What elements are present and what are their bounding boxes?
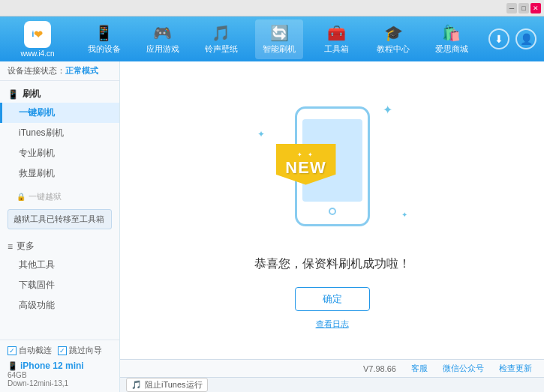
- checkbox-group: ✓ 自动截连 ✓ 跳过向导: [8, 345, 112, 356]
- toolbox-label: 工具箱: [324, 43, 349, 55]
- use-guide-label[interactable]: ✓ 跳过向导: [58, 345, 102, 356]
- more-section: ≡ 更多 其他工具 下载固件 高级功能: [0, 235, 119, 319]
- more-section-header: ≡ 更多: [0, 238, 119, 255]
- illustration: ✦ ✦ NEW ✦ ✦ ✦: [250, 91, 415, 241]
- itunes-button[interactable]: 🎵 阻止iTunes运行: [126, 378, 208, 392]
- apps-icon: 🎮: [153, 24, 172, 42]
- user-button[interactable]: 👤: [515, 28, 536, 49]
- sidebar-item-jailbreak: 🔒 一键越狱: [0, 187, 119, 206]
- nav-item-my-device[interactable]: 📱 我的设备: [80, 19, 128, 59]
- jailbreak-section: 🔒 一键越狱 越狱工具已转移至工具箱: [0, 185, 119, 235]
- download-button[interactable]: ⬇: [488, 28, 509, 49]
- logo: i❤ www.i4.cn: [8, 21, 68, 58]
- itunes-bar: 🎵 阻止iTunes运行: [120, 377, 544, 392]
- auto-connect-checkbox[interactable]: ✓: [8, 346, 17, 355]
- daily-link[interactable]: 查看日志: [316, 319, 349, 330]
- store-icon: 🛍️: [442, 24, 461, 42]
- sparkle-2: ✦: [257, 129, 265, 139]
- jailbreak-notice: 越狱工具已转移至工具箱: [8, 209, 112, 229]
- sidebar-item-advanced[interactable]: 高级功能: [0, 295, 119, 316]
- sidebar-item-one-click-flash[interactable]: 一键刷机: [0, 103, 119, 123]
- itunes-icon: 🎵: [131, 380, 142, 390]
- nav-item-store[interactable]: 🛍️ 爱思商城: [428, 19, 476, 59]
- ringtones-icon: 🎵: [212, 24, 230, 42]
- apps-label: 应用游戏: [146, 43, 179, 55]
- confirm-button[interactable]: 确定: [295, 287, 370, 311]
- sidebar-item-download-firmware[interactable]: 下载固件: [0, 275, 119, 295]
- user-icon: 👤: [520, 33, 533, 45]
- tutorial-label: 教程中心: [377, 43, 410, 55]
- content-panel: ✦ ✦ NEW ✦ ✦ ✦ 恭喜您，保资料刷机成功啦！ 确定 查看日志 V7.9…: [120, 61, 544, 392]
- nav-item-tutorial[interactable]: 🎓 教程中心: [369, 19, 417, 59]
- sparkle-1: ✦: [383, 103, 392, 117]
- use-guide-checkbox[interactable]: ✓: [58, 346, 67, 355]
- sparkle-3: ✦: [401, 211, 407, 219]
- sidebar-item-data-flash[interactable]: 救显刷机: [0, 163, 119, 184]
- maximize-button[interactable]: □: [518, 3, 529, 13]
- logo-text: www.i4.cn: [20, 49, 54, 58]
- wechat-official-link[interactable]: 微信公众号: [443, 363, 484, 374]
- minimize-button[interactable]: ─: [506, 3, 517, 13]
- ringtones-label: 铃声壁纸: [205, 43, 238, 55]
- main-content: ✦ ✦ NEW ✦ ✦ ✦ 恭喜您，保资料刷机成功啦！ 确定 查看日志: [120, 61, 544, 359]
- sidebar: 设备连接状态：正常模式 📱 刷机 一键刷机 iTunes刷机 专业刷机 救显刷机: [0, 61, 120, 392]
- toolbox-icon: 🧰: [327, 24, 346, 42]
- sidebar-device-panel: ✓ 自动截连 ✓ 跳过向导 📱 iPhone 12 mini 64GB Down…: [0, 340, 119, 392]
- device-storage: 64GB: [8, 371, 112, 379]
- sidebar-spacer: [0, 319, 119, 340]
- close-button[interactable]: ✕: [530, 3, 541, 13]
- tutorial-icon: 🎓: [384, 24, 403, 42]
- smart-flash-icon: 🔄: [270, 24, 289, 42]
- sidebar-item-pro-flash[interactable]: 专业刷机: [0, 143, 119, 163]
- my-device-label: 我的设备: [88, 43, 121, 55]
- success-message: 恭喜您，保资料刷机成功啦！: [254, 256, 410, 272]
- more-icon: ≡: [8, 241, 13, 252]
- new-badge-text: NEW: [285, 158, 326, 178]
- logo-icon: i❤: [24, 21, 51, 48]
- phone-home-btn: [329, 208, 336, 215]
- download-icon: ⬇: [494, 33, 503, 45]
- title-bar: ─ □ ✕: [0, 0, 544, 16]
- lock-icon: 🔒: [17, 193, 26, 201]
- auto-connect-label[interactable]: ✓ 自动截连: [8, 345, 52, 356]
- flash-section-header: 📱 刷机: [0, 85, 119, 103]
- nav-item-toolbox[interactable]: 🧰 工具箱: [314, 19, 359, 59]
- connection-status: 设备连接状态：正常模式: [0, 61, 119, 81]
- nav-item-smart-flash[interactable]: 🔄 智能刷机: [255, 19, 303, 59]
- customer-service-link[interactable]: 客服: [411, 363, 428, 374]
- smart-flash-label: 智能刷机: [263, 43, 296, 55]
- my-device-icon: 📱: [95, 24, 113, 42]
- flash-section-icon: 📱: [8, 89, 19, 100]
- check-update-link[interactable]: 检查更新: [499, 363, 532, 374]
- flash-section: 📱 刷机 一键刷机 iTunes刷机 专业刷机 救显刷机: [0, 81, 119, 185]
- store-label: 爱思商城: [435, 43, 468, 55]
- window-controls: ─ □ ✕: [506, 3, 541, 13]
- device-model: Down-12mini-13,1: [8, 379, 112, 388]
- header: i❤ www.i4.cn 📱 我的设备 🎮 应用游戏 🎵 铃声壁纸 🔄 智能刷机…: [0, 16, 544, 61]
- header-right: ⬇ 👤: [488, 28, 536, 49]
- version-label: V7.98.66: [363, 364, 396, 373]
- nav-bar: 📱 我的设备 🎮 应用游戏 🎵 铃声壁纸 🔄 智能刷机 🧰 工具箱 🎓 教程中心…: [75, 19, 481, 59]
- status-footer: V7.98.66 客服 微信公众号 检查更新: [120, 359, 544, 377]
- nav-item-ringtones[interactable]: 🎵 铃声壁纸: [197, 19, 245, 59]
- sidebar-item-other-tools[interactable]: 其他工具: [0, 255, 119, 275]
- device-icon: 📱: [8, 361, 18, 371]
- nav-item-apps-games[interactable]: 🎮 应用游戏: [139, 19, 187, 59]
- device-name: 📱 iPhone 12 mini: [8, 361, 112, 371]
- sidebar-item-itunes-flash[interactable]: iTunes刷机: [0, 123, 119, 143]
